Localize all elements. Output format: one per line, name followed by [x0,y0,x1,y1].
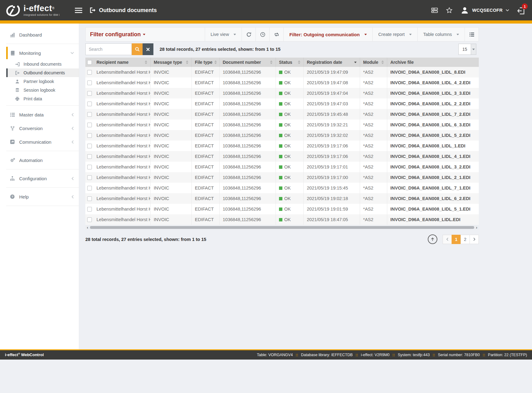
sort-icon [186,60,188,64]
table-row[interactable]: Lebensmittelhandel Horst HuINVOICEDIFACT… [85,193,479,204]
module-cell: *AS2 [360,109,387,120]
registration-date-cell: 2021/05/19 18:47:05 [304,214,360,225]
scroll-left-arrow-icon[interactable]: ‹ [85,225,90,229]
row-checkbox[interactable] [87,91,92,96]
row-checkbox-cell [85,214,93,225]
row-checkbox[interactable] [87,144,92,148]
table-columns-button[interactable]: Table columns [417,28,465,41]
row-checkbox[interactable] [87,112,92,117]
column-header-file-type[interactable]: File type [192,58,220,67]
history-button[interactable] [255,28,269,41]
row-checkbox[interactable] [87,102,92,106]
scroll-to-top-button[interactable] [428,234,437,244]
caret-down-icon [364,34,367,35]
row-checkbox[interactable] [87,81,92,85]
sidebar-item-conversion[interactable]: Conversion [6,121,79,135]
sidebar-item-partner-logbook[interactable]: Partner logbook [6,77,79,86]
sidebar-item-master-data[interactable]: Master data [6,108,79,121]
caret-down-icon [471,44,476,55]
table-row[interactable]: Lebensmittelhandel Horst HuINVOICEDIFACT… [85,141,479,151]
row-checkbox[interactable] [87,175,92,180]
row-checkbox[interactable] [87,70,92,75]
table-row[interactable]: Lebensmittelhandel Horst HuINVOICEDIFACT… [85,88,479,98]
row-checkbox[interactable] [87,217,92,222]
menu-toggle-icon[interactable] [75,7,82,14]
clear-search-button[interactable] [143,43,153,55]
horizontal-scrollbar[interactable]: ‹ › [85,225,479,229]
active-filter-button[interactable]: Filter: Outgoing communication [283,28,372,41]
table-row[interactable]: Lebensmittelhandel Horst HuINVOICEDIFACT… [85,151,479,162]
next-page-button[interactable] [470,235,479,244]
column-header-status[interactable]: Status [276,58,304,67]
server-icon[interactable] [431,7,438,13]
refresh-button[interactable] [242,28,255,41]
page-button-2[interactable]: 2 [461,235,470,244]
table-row[interactable]: Lebensmittelhandel Horst HuINVOICEDIFACT… [85,109,479,120]
row-checkbox[interactable] [87,165,92,169]
table-row[interactable]: Lebensmittelhandel Horst HuINVOICEDIFACT… [85,130,479,141]
svg-text:?: ? [11,195,13,198]
registration-date-cell: 2021/05/19 19:32:02 [304,130,360,141]
sidebar-item-monitoring[interactable]: Monitoring [6,46,79,60]
column-header-message-type[interactable]: Message type [151,58,192,67]
column-header-recipient-name[interactable]: Recipient name [93,58,151,67]
search-input[interactable] [85,43,132,55]
column-header-registration-date[interactable]: Registration date [304,58,360,67]
scrollbar-thumb[interactable] [90,226,474,229]
column-header-archive-file[interactable]: Archive file [387,58,479,67]
sidebar-item-configuration[interactable]: Configuration [6,172,79,185]
sidebar-item-print-data[interactable]: Print data [6,94,79,103]
row-details-button[interactable] [465,28,478,41]
row-checkbox[interactable] [87,154,92,159]
sidebar-item-communication[interactable]: Communication [6,135,79,149]
sidebar-item-help[interactable]: ? Help [6,190,79,203]
registration-date-cell: 2021/05/19 19:47:08 [304,77,360,88]
table-row[interactable]: Lebensmittelhandel Horst HuINVOICEDIFACT… [85,77,479,88]
notification-badge[interactable]: 1 [522,3,528,9]
table-row[interactable]: Lebensmittelhandel Horst HuINVOICEDIFACT… [85,204,479,214]
message-type-cell: INVOIC [151,183,192,193]
favorites-star-icon[interactable] [446,7,453,14]
status-cell: OK [276,214,304,225]
table-row[interactable]: Lebensmittelhandel Horst HuINVOICEDIFACT… [85,183,479,193]
search-button[interactable] [132,43,143,55]
repeat-button[interactable] [269,28,283,41]
sidebar-item-outbound-documents[interactable]: Outbound documents [6,68,79,77]
recipient-cell: Lebensmittelhandel Horst Hu [93,172,151,183]
row-checkbox[interactable] [87,186,92,190]
sidebar-item-session-logbook[interactable]: Session logbook [6,86,79,94]
row-checkbox-cell [85,151,93,162]
recipient-cell: Lebensmittelhandel Horst Hu [93,214,151,225]
document-number-cell: 1036848,11256296 [220,88,276,98]
row-checkbox[interactable] [87,207,92,212]
row-checkbox[interactable] [87,196,92,201]
table-row[interactable]: Lebensmittelhandel Horst HuINVOICEDIFACT… [85,67,479,77]
filter-configuration-button[interactable]: Filter configuration [86,28,205,41]
column-header-document-number[interactable]: Document number [220,58,276,67]
table-row[interactable]: Lebensmittelhandel Horst HuINVOICEDIFACT… [85,172,479,183]
registration-date-cell: 2021/05/19 19:02:18 [304,193,360,204]
code-fork-icon [9,126,15,131]
column-header-module[interactable]: Module [360,58,387,67]
table-row[interactable]: Lebensmittelhandel Horst HuINVOICEDIFACT… [85,162,479,172]
previous-page-button[interactable] [443,235,452,244]
scroll-right-arrow-icon[interactable]: › [474,225,479,229]
sidebar-item-inbound-documents[interactable]: Inbound documents [6,60,79,68]
sidebar-item-dashboard[interactable]: Dashboard [6,28,79,41]
user-menu[interactable]: WCQSECOFR [461,6,509,15]
create-report-button[interactable]: Create report [372,28,417,41]
table-row[interactable]: Lebensmittelhandel Horst HuINVOICEDIFACT… [85,120,479,130]
question-circle-icon: ? [9,194,15,199]
table-row[interactable]: Lebensmittelhandel Horst HuINVOICEDIFACT… [85,98,479,109]
message-type-cell: INVOIC [151,141,192,151]
row-checkbox[interactable] [87,123,92,127]
printer-icon [14,97,20,101]
live-view-button[interactable]: Live view [205,28,242,41]
table-row[interactable]: Lebensmittelhandel Horst HuINVOICEDIFACT… [85,214,479,225]
module-cell: *AS2 [360,204,387,214]
page-size-select[interactable]: 15 [458,44,476,55]
row-checkbox[interactable] [87,133,92,138]
select-all-checkbox[interactable] [87,60,92,65]
page-button-1[interactable]: 1 [452,235,461,244]
sidebar-item-automation[interactable]: Automation [6,153,79,167]
